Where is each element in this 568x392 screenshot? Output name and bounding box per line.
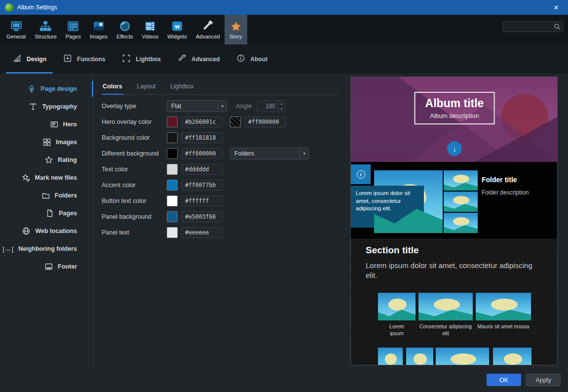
sidebar-item-mark-new-files[interactable]: Mark new files bbox=[0, 169, 93, 187]
toolbar-item-effects[interactable]: Effects bbox=[112, 15, 137, 44]
album-settings-window: Album Settings ✕ General Structure Pages… bbox=[0, 0, 568, 392]
different-background-hex-input[interactable] bbox=[182, 148, 223, 159]
globe-icon bbox=[22, 227, 31, 235]
dialog-footer: OK Apply bbox=[0, 368, 568, 392]
ok-button[interactable]: OK bbox=[487, 374, 521, 386]
button-text-hex-input[interactable] bbox=[182, 196, 223, 206]
toolbar-item-pages[interactable]: Pages bbox=[61, 15, 85, 44]
toolbar-item-widgets[interactable]: w Widgets bbox=[163, 15, 191, 44]
panel-text-swatch[interactable] bbox=[167, 227, 178, 238]
spinner-down-icon[interactable]: ▼ bbox=[278, 106, 285, 112]
thumbnail-caption: Mauris sit amet massa bbox=[476, 323, 531, 330]
accent-color-hex-input[interactable] bbox=[182, 180, 223, 191]
panel-tabs: Colors Layout Lightbox bbox=[102, 80, 340, 95]
angle-input[interactable] bbox=[257, 101, 278, 112]
thumbnail-caption: Consectetur adipiscing elit bbox=[418, 323, 473, 337]
sidebar-item-folders[interactable]: Folders bbox=[0, 187, 93, 204]
spinner-up-icon[interactable]: ▲ bbox=[278, 101, 285, 106]
sidebar-item-footer[interactable]: Footer bbox=[0, 258, 93, 275]
close-icon[interactable]: ✕ bbox=[549, 4, 563, 11]
accent-color-swatch[interactable] bbox=[167, 180, 178, 191]
pen-nib-icon bbox=[27, 84, 36, 93]
hero-overlay-hex-input[interactable] bbox=[182, 117, 223, 127]
folder-icon bbox=[41, 191, 50, 200]
toolbar-item-advanced[interactable]: Advanced bbox=[191, 15, 225, 44]
toolbar-label: Story bbox=[229, 34, 242, 39]
sidebar-item-neighboring-folders[interactable]: ]↔[ Neighboring folders bbox=[0, 240, 93, 258]
tab-layout[interactable]: Layout bbox=[136, 80, 157, 94]
tab-lightbox-inner[interactable]: Lightbox bbox=[169, 80, 194, 94]
titlebar: Album Settings ✕ bbox=[0, 0, 568, 15]
thumbnail-image bbox=[493, 348, 531, 365]
album-title-box: Album title Album description bbox=[415, 92, 495, 124]
thumbnail-image bbox=[418, 293, 473, 320]
field-label: Background color bbox=[102, 134, 167, 141]
grid-icon bbox=[42, 138, 51, 147]
sidebar-item-typography[interactable]: Typography bbox=[0, 98, 93, 116]
toolbar-label: Images bbox=[90, 34, 108, 39]
panel-text-hex-input[interactable] bbox=[182, 227, 223, 238]
folder-description: Folder description bbox=[482, 189, 529, 196]
thumbnail-image bbox=[378, 293, 416, 320]
field-label: Text color bbox=[102, 166, 167, 173]
sidebar-label: Mark new files bbox=[35, 174, 77, 181]
field-label: Accent color bbox=[102, 182, 167, 189]
search-input[interactable] bbox=[503, 23, 554, 30]
sidebar-item-pages[interactable]: Pages bbox=[0, 204, 93, 222]
toolbar-item-videos[interactable]: Videos bbox=[138, 15, 163, 44]
field-label: Panel background bbox=[102, 213, 167, 220]
sidebar-label: Page design bbox=[40, 85, 77, 92]
background-color-swatch[interactable] bbox=[167, 132, 178, 143]
sidebar-item-hero[interactable]: Hero bbox=[0, 116, 93, 133]
toolbar-item-images[interactable]: Images bbox=[85, 15, 112, 44]
star-icon bbox=[44, 156, 53, 164]
info-badge: i bbox=[351, 164, 371, 184]
tab-functions[interactable]: Functions bbox=[55, 44, 114, 74]
typography-icon bbox=[29, 102, 38, 111]
sidebar-item-rating[interactable]: Rating bbox=[0, 151, 93, 169]
sidebar-item-page-design[interactable]: Page design bbox=[0, 80, 93, 98]
scroll-down-arrow-icon: ↓ bbox=[447, 141, 462, 156]
text-color-swatch[interactable] bbox=[167, 164, 178, 175]
toolbar-item-general[interactable]: General bbox=[2, 15, 30, 44]
sidebar-label: Typography bbox=[42, 103, 77, 110]
hero-overlay-hex2-input[interactable] bbox=[245, 117, 286, 127]
info-icon: i bbox=[357, 170, 365, 179]
tab-about[interactable]: About bbox=[228, 44, 276, 74]
sidebar-item-web-locations[interactable]: Web locations bbox=[0, 222, 93, 240]
tab-colors[interactable]: Colors bbox=[102, 80, 123, 94]
toolbar-item-structure[interactable]: Structure bbox=[30, 15, 61, 44]
thumbnail: Mauris sit amet massa bbox=[476, 293, 531, 330]
preview-section: Section title Lorem ipsum dolor sit amet… bbox=[351, 238, 558, 365]
apply-button[interactable]: Apply bbox=[526, 374, 561, 386]
svg-text:w: w bbox=[174, 23, 180, 30]
tab-design[interactable]: Design bbox=[4, 44, 55, 74]
sidebar-label: Neighboring folders bbox=[18, 245, 77, 252]
panel-background-hex-input[interactable] bbox=[182, 211, 223, 222]
tab-advanced[interactable]: Advanced bbox=[169, 44, 228, 74]
sidebar-item-images[interactable]: Images bbox=[0, 133, 93, 151]
background-hex-input[interactable] bbox=[182, 132, 223, 143]
button-text-color-swatch[interactable] bbox=[167, 196, 178, 206]
select-value: Flat bbox=[171, 103, 181, 110]
row-accent-color: Accent color bbox=[102, 177, 348, 193]
tab-label: About bbox=[250, 56, 267, 63]
different-background-select[interactable]: Folders ▾ bbox=[230, 148, 309, 159]
row-hero-overlay-color: Hero overlay color bbox=[102, 114, 348, 130]
overlay-type-select[interactable]: Flat ▾ bbox=[167, 100, 227, 112]
text-color-hex-input[interactable] bbox=[182, 164, 223, 175]
search-icon bbox=[554, 23, 561, 30]
tab-lightbox[interactable]: Lightbox bbox=[114, 44, 169, 74]
general-icon bbox=[10, 20, 23, 32]
hero-overlay-color2-swatch[interactable] bbox=[230, 117, 241, 127]
different-background-swatch[interactable] bbox=[167, 148, 178, 159]
widgets-icon: w bbox=[171, 20, 184, 32]
section-title: Section title bbox=[366, 245, 419, 256]
panel-background-swatch[interactable] bbox=[167, 211, 178, 222]
hero-overlay-color-swatch[interactable] bbox=[167, 117, 178, 127]
row-panel-background: Panel background bbox=[102, 209, 348, 225]
tab-label: Lightbox bbox=[136, 56, 161, 63]
folder-image-small bbox=[444, 170, 478, 191]
toolbar-label: Effects bbox=[116, 34, 133, 39]
toolbar-item-story[interactable]: Story bbox=[225, 15, 247, 44]
